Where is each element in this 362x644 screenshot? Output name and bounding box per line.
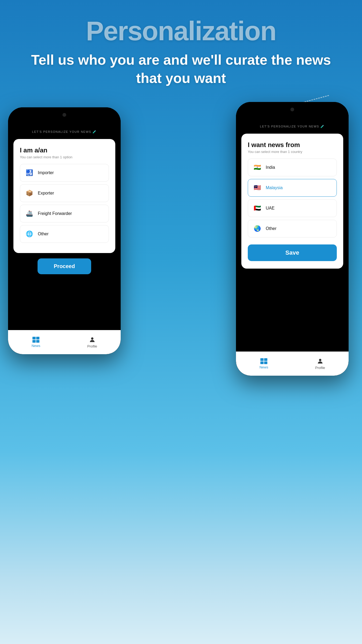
phone-left-screen: LET'S PERSONALIZE YOUR NEWS 🧪 I am a/an … (8, 107, 121, 354)
hero-section: Personalization Tell us who you are and … (0, 0, 362, 98)
phone-right: LET'S PERSONALIZE YOUR NEWS 🧪 I want new… (236, 102, 349, 376)
phone-right-bottom-nav: News Profile (236, 352, 349, 376)
proceed-button[interactable]: Proceed (38, 258, 91, 274)
other-label-right: Other (266, 226, 276, 231)
personalize-label-right: LET'S PERSONALIZE YOUR NEWS 🧪 (260, 125, 325, 128)
exporter-icon: 📦 (24, 188, 34, 198)
phone-right-screen: LET'S PERSONALIZE YOUR NEWS 🧪 I want new… (236, 102, 349, 376)
save-button[interactable]: Save (248, 244, 337, 261)
hero-subtitle: Tell us who you are and we'll curate the… (21, 51, 341, 87)
svg-point-1 (319, 359, 322, 361)
nav-news-label-right: News (260, 365, 268, 369)
camera-dot-right (290, 108, 294, 111)
role-selection-card: I am a/an You can select more than 1 opt… (13, 139, 115, 253)
news-icon-right (260, 358, 267, 364)
option-other-left[interactable]: 🌐 Other (20, 225, 109, 243)
option-other-right[interactable]: 🌏 Other (248, 220, 337, 237)
phone-left-bottom-nav: News Profile (8, 330, 121, 354)
freight-icon: 🚢 (24, 209, 34, 218)
uae-label: UAE (266, 206, 275, 211)
phone-left: LET'S PERSONALIZE YOUR NEWS 🧪 I am a/an … (8, 107, 121, 354)
phone-left-top-bar (8, 107, 121, 122)
freight-label: Freight Forwarder (38, 211, 72, 216)
importer-icon: 🛃 (24, 168, 34, 178)
phones-container: LET'S PERSONALIZE YOUR NEWS 🧪 I am a/an … (0, 102, 362, 376)
phone-right-content: LET'S PERSONALIZE YOUR NEWS 🧪 I want new… (236, 117, 349, 352)
nav-news-label-left: News (32, 344, 40, 348)
exporter-label: Exporter (38, 191, 54, 196)
india-flag: 🇮🇳 (252, 163, 262, 172)
nav-news-right[interactable]: News (260, 358, 268, 369)
nav-profile-label-right: Profile (315, 366, 325, 370)
nav-profile-left[interactable]: Profile (87, 336, 97, 348)
other-icon-left: 🌐 (24, 229, 34, 239)
option-exporter[interactable]: 📦 Exporter (20, 184, 109, 202)
nav-news-left[interactable]: News (32, 337, 40, 348)
option-malaysia[interactable]: 🇲🇾 Malaysia (248, 179, 337, 197)
camera-dot-left (62, 113, 66, 117)
other-flag-right: 🌏 (252, 224, 262, 233)
india-label: India (266, 165, 275, 170)
option-importer[interactable]: 🛃 Importer (20, 164, 109, 182)
option-uae[interactable]: 🇦🇪 UAE (248, 199, 337, 217)
svg-point-0 (91, 337, 94, 340)
phone-right-top-bar (236, 102, 349, 117)
hero-title: Personalization (21, 16, 341, 46)
news-icon-left (32, 337, 39, 343)
malaysia-label: Malaysia (266, 185, 283, 190)
importer-label: Importer (38, 170, 54, 175)
nav-profile-label-left: Profile (87, 344, 97, 348)
other-label-left: Other (38, 232, 49, 236)
profile-icon-right (317, 358, 324, 365)
country-selection-card: I want news from You can select more tha… (241, 134, 343, 269)
option-freight[interactable]: 🚢 Freight Forwarder (20, 205, 109, 222)
option-india[interactable]: 🇮🇳 India (248, 159, 337, 176)
nav-profile-right[interactable]: Profile (315, 358, 325, 370)
card-subtitle-left: You can select more than 1 option (20, 155, 109, 159)
card-title-right: I want news from (248, 141, 337, 149)
malaysia-flag: 🇲🇾 (252, 183, 262, 193)
card-subtitle-right: You can select more than 1 country (248, 150, 337, 154)
uae-flag: 🇦🇪 (252, 203, 262, 213)
phone-left-content: LET'S PERSONALIZE YOUR NEWS 🧪 I am a/an … (8, 122, 121, 330)
card-title-left: I am a/an (20, 147, 109, 154)
personalize-label-left: LET'S PERSONALIZE YOUR NEWS 🧪 (32, 130, 97, 134)
profile-icon-left (89, 336, 96, 343)
